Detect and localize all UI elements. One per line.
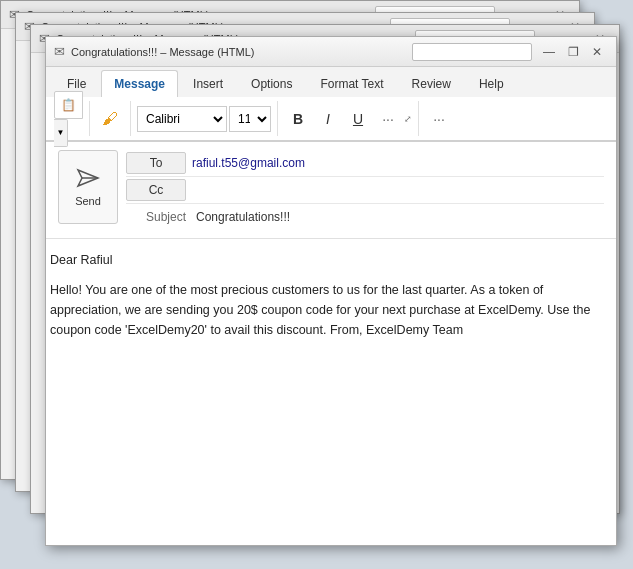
cc-button[interactable]: Cc [126,179,186,201]
tab-options[interactable]: Options [238,70,305,97]
more-format-button[interactable]: ··· [374,104,402,134]
extra-group: ··· [425,101,459,136]
subject-row: Subject Congratulations!!! [126,204,604,230]
window-controls: — ❐ ✕ [538,43,608,61]
ribbon-toolbar: 📋 ▼ 🖌 Ca [46,97,616,141]
font-family-select[interactable]: Calibri [137,106,227,132]
format-group: 🖌 [96,101,131,136]
tab-insert[interactable]: Insert [180,70,236,97]
email-body-area[interactable]: Dear Rafiul Hello! You are one of the mo… [46,239,616,545]
to-row: To rafiul.t55@gmail.com [126,150,604,177]
main-title: Congratulations!!! – Message (HTML) [71,46,406,58]
email-body-text: Hello! You are one of the most precious … [50,280,612,340]
underline-button[interactable]: U [344,104,372,134]
send-button[interactable]: Send [58,150,118,224]
ribbon-tabs: File Message Insert Options Format Text … [46,67,616,97]
tab-message[interactable]: Message [101,70,178,97]
paste-group: 📋 ▼ [54,101,90,136]
tab-help[interactable]: Help [466,70,517,97]
format-painter-button[interactable]: 🖌 [96,104,124,134]
search-input[interactable] [412,43,532,61]
main-content: File Message Insert Options Format Text … [46,67,616,545]
mail-icon: ✉ [54,44,65,59]
main-titlebar: ✉ Congratulations!!! – Message (HTML) — … [46,37,616,67]
format-painter-icon: 🖌 [102,110,118,128]
tab-review[interactable]: Review [399,70,464,97]
font-size-select[interactable]: 11 [229,106,271,132]
paste-button[interactable]: 📋 [54,91,83,119]
email-greeting: Dear Rafiul [50,251,612,270]
send-icon [76,168,100,193]
cc-row: Cc [126,177,604,204]
subject-value: Congratulations!!! [196,210,290,224]
bold-button[interactable]: B [284,104,312,134]
font-group: Calibri 11 [137,101,278,136]
minimize-button[interactable]: — [538,43,560,61]
subject-label: Subject [126,210,186,224]
send-label: Send [75,195,101,207]
more-options-button[interactable]: ··· [425,104,453,134]
expand-icon: ⤢ [404,114,412,124]
paste-icon: 📋 [61,98,76,112]
to-button[interactable]: To [126,152,186,174]
italic-button[interactable]: I [314,104,342,134]
restore-button[interactable]: ❐ [562,43,584,61]
email-header-fields: To rafiul.t55@gmail.com Cc Subject Congr… [126,150,604,230]
paste-split: 📋 ▼ [54,91,83,147]
main-window: ✉ Congratulations!!! – Message (HTML) — … [45,36,617,546]
to-value: rafiul.t55@gmail.com [192,156,604,170]
close-button[interactable]: ✕ [586,43,608,61]
ribbon: File Message Insert Options Format Text … [46,67,616,142]
compose-header: Send To rafiul.t55@gmail.com Cc Subj [46,142,616,239]
tab-format-text[interactable]: Format Text [307,70,396,97]
text-format-group: B I U ··· ⤢ [284,101,419,136]
email-body: Dear Rafiul Hello! You are one of the mo… [46,239,616,352]
